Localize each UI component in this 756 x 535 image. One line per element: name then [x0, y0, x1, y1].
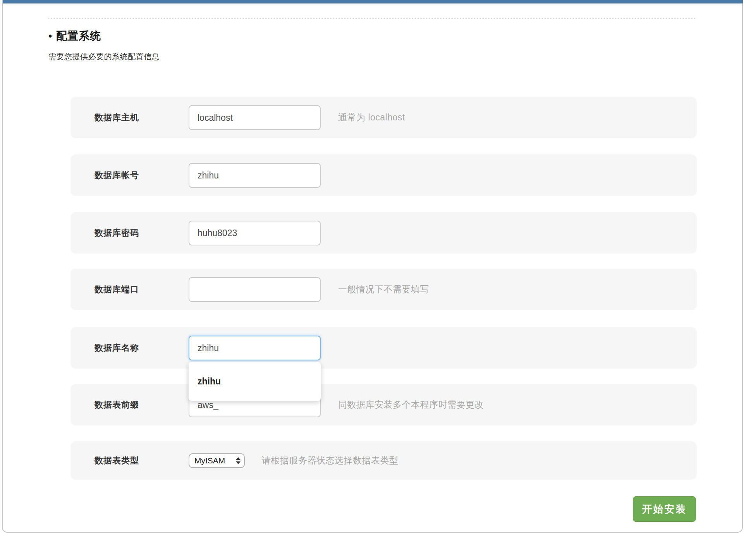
start-install-button[interactable]: 开始安装 [633, 496, 696, 522]
form-row-db-password: 数据库密码 [70, 212, 697, 254]
field-hint: 一般情况下不需要填写 [338, 269, 429, 310]
field-hint: 请根据服务器状态选择数据表类型 [262, 441, 399, 480]
selected-engine-value: MyISAM [189, 456, 236, 465]
table-engine-select[interactable]: MyISAM [189, 453, 245, 468]
db-host-input[interactable] [189, 105, 321, 130]
field-hint: 通常为 localhost [338, 97, 405, 138]
select-arrows-icon [236, 457, 241, 464]
section-heading: •配置系统 [48, 29, 101, 43]
field-label: 数据库主机 [94, 97, 139, 138]
field-label: 数据库帐号 [94, 154, 139, 196]
db-password-input[interactable] [189, 221, 321, 245]
field-label: 数据库密码 [94, 212, 139, 254]
field-label: 数据表类型 [94, 441, 139, 480]
field-label: 数据库端口 [94, 269, 139, 310]
form-row-db-user: 数据库帐号 [70, 154, 697, 196]
section-subtitle: 需要您提供必要的系统配置信息 [48, 51, 160, 62]
form-row-table-prefix: 数据表前缀 同数据库安装多个本程序时需要更改 [70, 384, 697, 425]
field-hint: 同数据库安装多个本程序时需要更改 [338, 384, 484, 425]
db-name-input[interactable] [189, 336, 321, 360]
form-row-db-name: 数据库名称 zhihu [70, 327, 697, 369]
autocomplete-dropdown: zhihu [189, 362, 321, 401]
form-row-db-host: 数据库主机 通常为 localhost [70, 97, 697, 138]
form-row-table-engine: 数据表类型 MyISAM 请根据服务器状态选择数据表类型 [70, 441, 697, 480]
db-user-input[interactable] [189, 163, 321, 188]
dotted-divider [48, 18, 696, 19]
form-row-db-port: 数据库端口 一般情况下不需要填写 [70, 269, 697, 310]
db-port-input[interactable] [189, 277, 321, 302]
progress-bar [3, 0, 743, 3]
autocomplete-option[interactable]: zhihu [189, 376, 321, 387]
bullet-icon: • [48, 30, 52, 42]
field-label: 数据库名称 [94, 327, 139, 369]
field-label: 数据表前缀 [94, 384, 139, 425]
page-title: 配置系统 [56, 30, 101, 42]
